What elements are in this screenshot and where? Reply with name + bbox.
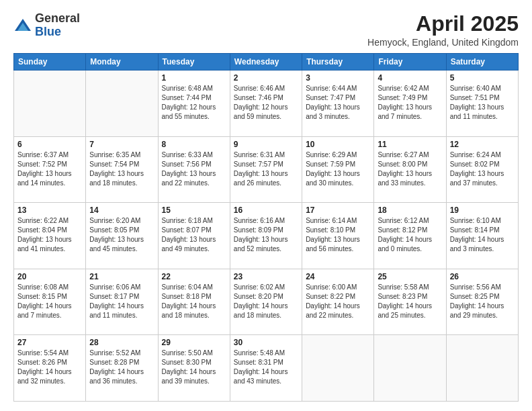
calendar-day-cell: 12Sunrise: 6:24 AMSunset: 8:02 PMDayligh… <box>446 136 518 203</box>
day-number: 30 <box>234 338 298 347</box>
calendar-day-cell: 3Sunrise: 6:44 AMSunset: 7:47 PMDaylight… <box>302 71 374 137</box>
calendar-day-cell: 22Sunrise: 6:04 AMSunset: 8:18 PMDayligh… <box>158 269 230 335</box>
day-info: Sunrise: 6:31 AMSunset: 7:57 PMDaylight:… <box>234 150 298 188</box>
day-info: Sunrise: 6:16 AMSunset: 8:09 PMDaylight:… <box>234 216 298 254</box>
calendar-day-cell: 1Sunrise: 6:48 AMSunset: 7:44 PMDaylight… <box>158 71 230 137</box>
header: General Blue April 2025 Hemyock, England… <box>13 12 519 48</box>
calendar-day-cell: 30Sunrise: 5:48 AMSunset: 8:31 PMDayligh… <box>230 335 302 402</box>
day-info: Sunrise: 6:10 AMSunset: 8:14 PMDaylight:… <box>450 216 515 254</box>
logo: General Blue <box>13 12 80 39</box>
title-block: April 2025 Hemyock, England, United King… <box>367 12 519 48</box>
day-info: Sunrise: 5:50 AMSunset: 8:30 PMDaylight:… <box>162 349 226 386</box>
calendar-day-cell: 9Sunrise: 6:31 AMSunset: 7:57 PMDaylight… <box>230 136 302 203</box>
calendar-day-cell: 2Sunrise: 6:46 AMSunset: 7:46 PMDaylight… <box>230 71 302 137</box>
calendar-day-cell: 11Sunrise: 6:27 AMSunset: 8:00 PMDayligh… <box>374 136 446 203</box>
calendar-day-cell: 16Sunrise: 6:16 AMSunset: 8:09 PMDayligh… <box>230 203 302 269</box>
day-number: 23 <box>234 272 298 281</box>
day-number: 11 <box>378 140 442 149</box>
calendar-week-row: 13Sunrise: 6:22 AMSunset: 8:04 PMDayligh… <box>14 203 519 269</box>
day-info: Sunrise: 6:24 AMSunset: 8:02 PMDaylight:… <box>450 150 515 188</box>
calendar-day-cell <box>302 335 374 402</box>
day-number: 27 <box>17 338 82 347</box>
day-info: Sunrise: 6:29 AMSunset: 7:59 PMDaylight:… <box>306 150 370 188</box>
calendar-day-cell: 6Sunrise: 6:37 AMSunset: 7:52 PMDaylight… <box>14 136 86 203</box>
day-number: 5 <box>450 73 515 83</box>
page: General Blue April 2025 Hemyock, England… <box>0 0 532 411</box>
subtitle: Hemyock, England, United Kingdom <box>367 37 519 48</box>
day-number: 15 <box>162 205 226 215</box>
calendar-day-cell: 5Sunrise: 6:40 AMSunset: 7:51 PMDaylight… <box>446 71 518 137</box>
calendar-day-header: Tuesday <box>158 54 230 71</box>
day-number: 22 <box>162 272 226 281</box>
day-number: 10 <box>306 140 370 149</box>
day-number: 3 <box>306 73 370 83</box>
day-number: 25 <box>378 272 442 281</box>
day-info: Sunrise: 6:12 AMSunset: 8:12 PMDaylight:… <box>378 216 442 254</box>
calendar-day-cell: 18Sunrise: 6:12 AMSunset: 8:12 PMDayligh… <box>374 203 446 269</box>
calendar-day-cell: 19Sunrise: 6:10 AMSunset: 8:14 PMDayligh… <box>446 203 518 269</box>
day-info: Sunrise: 6:42 AMSunset: 7:49 PMDaylight:… <box>378 84 442 122</box>
day-info: Sunrise: 6:40 AMSunset: 7:51 PMDaylight:… <box>450 84 515 122</box>
day-number: 28 <box>89 338 154 347</box>
calendar-day-cell <box>374 335 446 402</box>
calendar-week-row: 20Sunrise: 6:08 AMSunset: 8:15 PMDayligh… <box>14 269 519 335</box>
calendar-day-header: Wednesday <box>230 54 302 71</box>
day-info: Sunrise: 6:22 AMSunset: 8:04 PMDaylight:… <box>17 216 82 254</box>
calendar-day-cell: 17Sunrise: 6:14 AMSunset: 8:10 PMDayligh… <box>302 203 374 269</box>
calendar-day-header: Saturday <box>446 54 518 71</box>
calendar-day-cell: 20Sunrise: 6:08 AMSunset: 8:15 PMDayligh… <box>14 269 86 335</box>
day-info: Sunrise: 6:48 AMSunset: 7:44 PMDaylight:… <box>162 84 226 122</box>
day-info: Sunrise: 5:48 AMSunset: 8:31 PMDaylight:… <box>234 349 298 386</box>
calendar-day-cell: 13Sunrise: 6:22 AMSunset: 8:04 PMDayligh… <box>14 203 86 269</box>
calendar-day-cell: 21Sunrise: 6:06 AMSunset: 8:17 PMDayligh… <box>86 269 158 335</box>
day-info: Sunrise: 6:00 AMSunset: 8:22 PMDaylight:… <box>306 283 370 320</box>
day-number: 14 <box>89 205 154 215</box>
day-info: Sunrise: 6:33 AMSunset: 7:56 PMDaylight:… <box>162 150 226 188</box>
day-info: Sunrise: 6:14 AMSunset: 8:10 PMDaylight:… <box>306 216 370 254</box>
calendar-day-cell: 29Sunrise: 5:50 AMSunset: 8:30 PMDayligh… <box>158 335 230 402</box>
main-title: April 2025 <box>367 12 519 36</box>
calendar-day-cell: 27Sunrise: 5:54 AMSunset: 8:26 PMDayligh… <box>14 335 86 402</box>
calendar-day-cell <box>446 335 518 402</box>
day-info: Sunrise: 5:58 AMSunset: 8:23 PMDaylight:… <box>378 283 442 320</box>
day-number: 7 <box>89 140 154 149</box>
day-info: Sunrise: 6:04 AMSunset: 8:18 PMDaylight:… <box>162 283 226 320</box>
calendar-table: SundayMondayTuesdayWednesdayThursdayFrid… <box>13 53 519 402</box>
calendar-week-row: 27Sunrise: 5:54 AMSunset: 8:26 PMDayligh… <box>14 335 519 402</box>
day-info: Sunrise: 6:02 AMSunset: 8:20 PMDaylight:… <box>234 283 298 320</box>
day-info: Sunrise: 6:37 AMSunset: 7:52 PMDaylight:… <box>17 150 82 188</box>
calendar-day-cell: 28Sunrise: 5:52 AMSunset: 8:28 PMDayligh… <box>86 335 158 402</box>
calendar-day-cell: 26Sunrise: 5:56 AMSunset: 8:25 PMDayligh… <box>446 269 518 335</box>
day-number: 18 <box>378 205 442 215</box>
day-info: Sunrise: 6:44 AMSunset: 7:47 PMDaylight:… <box>306 84 370 122</box>
logo-blue-text: Blue <box>35 25 61 38</box>
day-info: Sunrise: 6:08 AMSunset: 8:15 PMDaylight:… <box>17 283 82 320</box>
calendar-day-cell: 14Sunrise: 6:20 AMSunset: 8:05 PMDayligh… <box>86 203 158 269</box>
calendar-week-row: 6Sunrise: 6:37 AMSunset: 7:52 PMDaylight… <box>14 136 519 203</box>
day-info: Sunrise: 6:20 AMSunset: 8:05 PMDaylight:… <box>89 216 154 254</box>
calendar-day-header: Monday <box>86 54 158 71</box>
day-number: 8 <box>162 140 226 149</box>
calendar-day-cell: 15Sunrise: 6:18 AMSunset: 8:07 PMDayligh… <box>158 203 230 269</box>
day-number: 19 <box>450 205 515 215</box>
day-info: Sunrise: 6:27 AMSunset: 8:00 PMDaylight:… <box>378 150 442 188</box>
day-number: 4 <box>378 73 442 83</box>
calendar-day-header: Thursday <box>302 54 374 71</box>
day-info: Sunrise: 6:18 AMSunset: 8:07 PMDaylight:… <box>162 216 226 254</box>
day-info: Sunrise: 5:56 AMSunset: 8:25 PMDaylight:… <box>450 283 515 320</box>
logo-icon <box>13 16 32 35</box>
day-info: Sunrise: 6:35 AMSunset: 7:54 PMDaylight:… <box>89 150 154 188</box>
day-number: 24 <box>306 272 370 281</box>
day-info: Sunrise: 5:54 AMSunset: 8:26 PMDaylight:… <box>17 349 82 386</box>
day-number: 2 <box>234 73 298 83</box>
calendar-day-cell: 10Sunrise: 6:29 AMSunset: 7:59 PMDayligh… <box>302 136 374 203</box>
day-number: 16 <box>234 205 298 215</box>
day-number: 26 <box>450 272 515 281</box>
calendar-day-cell: 7Sunrise: 6:35 AMSunset: 7:54 PMDaylight… <box>86 136 158 203</box>
calendar-day-cell: 25Sunrise: 5:58 AMSunset: 8:23 PMDayligh… <box>374 269 446 335</box>
day-number: 20 <box>17 272 82 281</box>
calendar-header-row: SundayMondayTuesdayWednesdayThursdayFrid… <box>14 54 519 71</box>
calendar-day-cell <box>14 71 86 137</box>
calendar-day-cell: 8Sunrise: 6:33 AMSunset: 7:56 PMDaylight… <box>158 136 230 203</box>
calendar-day-cell: 24Sunrise: 6:00 AMSunset: 8:22 PMDayligh… <box>302 269 374 335</box>
